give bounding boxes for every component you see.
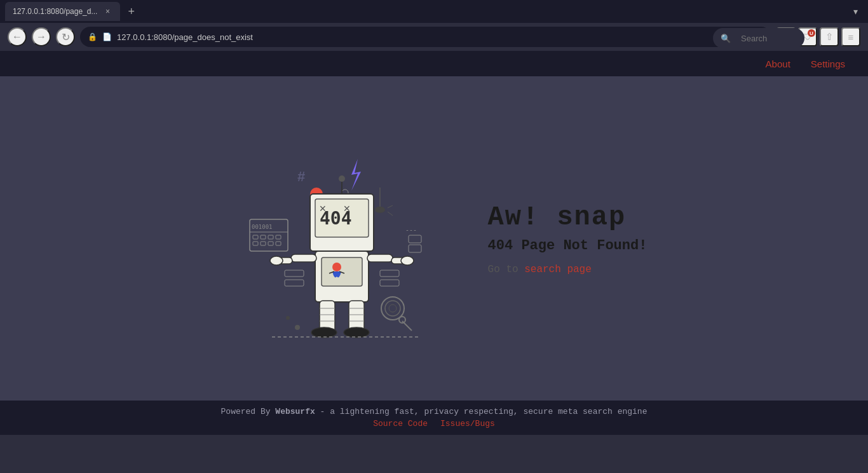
- svg-rect-37: [367, 254, 393, 262]
- tab-title: 127.0.0.1:8080/page_d...: [13, 7, 97, 16]
- svg-point-59: [286, 316, 290, 320]
- svg-rect-15: [261, 235, 266, 239]
- main-content: # 001001: [0, 76, 868, 401]
- svg-rect-53: [380, 280, 399, 286]
- error-heading: Aw! snap: [488, 202, 648, 233]
- svg-point-64: [399, 317, 405, 323]
- svg-line-8: [388, 205, 393, 208]
- powered-by-suffix: - a lightening fast, privacy respecting,…: [315, 407, 648, 416]
- security-icon: 🔒: [88, 32, 97, 41]
- svg-rect-21: [276, 242, 281, 245]
- svg-rect-14: [253, 235, 258, 239]
- svg-point-55: [385, 301, 400, 316]
- source-code-link[interactable]: Source Code: [373, 419, 428, 428]
- forward-button[interactable]: →: [32, 27, 51, 46]
- about-link[interactable]: About: [756, 58, 801, 69]
- svg-point-58: [295, 325, 300, 330]
- powered-by-prefix: Powered By: [221, 407, 276, 416]
- reload-button[interactable]: ↻: [56, 27, 75, 46]
- share-button[interactable]: ⇧: [820, 27, 839, 46]
- active-tab[interactable]: 127.0.0.1:8080/page_d... ×: [5, 2, 120, 21]
- tab-dropdown-button[interactable]: ▾: [853, 6, 858, 17]
- address-bar[interactable]: 🔒 📄 127.0.0.1:8080/page_does_not_exist ☆: [80, 27, 771, 47]
- footer-links: Source Code Issues/Bugs: [373, 419, 495, 428]
- error-go-to: Go to search page: [488, 264, 648, 275]
- footer-powered-by: Powered By Websurfx - a lightening fast,…: [221, 407, 648, 416]
- svg-rect-61: [409, 235, 421, 243]
- app-nav: About Settings: [0, 51, 868, 76]
- svg-rect-20: [268, 242, 273, 245]
- svg-rect-17: [276, 235, 281, 239]
- menu-button[interactable]: ≡: [841, 27, 860, 46]
- browser-chrome: 127.0.0.1:8080/page_d... × + ▾ ← → ↻ 🔒 📄…: [0, 0, 868, 51]
- svg-rect-52: [380, 270, 399, 277]
- error-text-area: Aw! snap 404 Page Not Found! Go to searc…: [488, 202, 648, 275]
- svg-text:001001: 001001: [252, 224, 273, 230]
- svg-rect-62: [409, 245, 421, 252]
- issues-link[interactable]: Issues/Bugs: [440, 419, 495, 428]
- error-subheading: 404 Page Not Found!: [488, 238, 648, 254]
- svg-text:#: #: [297, 168, 305, 184]
- share-icon: ⇧: [825, 31, 834, 43]
- svg-text:✕: ✕: [319, 203, 327, 214]
- svg-line-10: [388, 212, 393, 216]
- svg-rect-16: [268, 235, 273, 239]
- tab-close-button[interactable]: ×: [102, 6, 112, 17]
- svg-point-56: [389, 305, 397, 312]
- footer: Powered By Websurfx - a lightening fast,…: [0, 401, 868, 435]
- svg-rect-34: [291, 254, 316, 262]
- menu-icon: ≡: [848, 32, 854, 43]
- svg-text:---: ---: [405, 226, 417, 233]
- svg-point-36: [270, 256, 283, 265]
- svg-rect-51: [285, 280, 304, 286]
- new-tab-button[interactable]: +: [123, 5, 140, 18]
- error-container: # 001001: [208, 118, 660, 359]
- tab-end-space: ▾: [142, 6, 863, 17]
- robot-svg: # 001001: [221, 130, 450, 346]
- settings-link[interactable]: Settings: [801, 58, 855, 69]
- url-text: 127.0.0.1:8080/page_does_not_exist: [117, 32, 253, 42]
- search-page-link[interactable]: search page: [524, 264, 592, 275]
- svg-rect-30: [322, 257, 362, 286]
- svg-rect-50: [285, 270, 304, 277]
- svg-point-31: [332, 263, 341, 271]
- svg-point-6: [375, 207, 385, 213]
- search-icon: 🔍: [721, 34, 731, 43]
- svg-rect-18: [253, 242, 258, 245]
- svg-point-28: [339, 175, 345, 182]
- brand-name: Websurfx: [275, 407, 315, 416]
- svg-point-39: [401, 256, 414, 265]
- go-to-prefix: Go to: [488, 264, 525, 275]
- tab-bar: 127.0.0.1:8080/page_d... × + ▾: [0, 0, 868, 23]
- svg-point-46: [344, 327, 369, 338]
- page-icon: 📄: [102, 32, 112, 41]
- browser-search-bar: 🔍: [713, 28, 804, 48]
- ublock-badge: U: [808, 29, 815, 37]
- url-display[interactable]: 127.0.0.1:8080/page_does_not_exist: [117, 32, 750, 42]
- svg-point-41: [311, 327, 337, 338]
- browser-search-input[interactable]: [733, 31, 797, 46]
- svg-marker-1: [351, 159, 361, 191]
- svg-text:✕: ✕: [343, 203, 351, 214]
- robot-illustration: # 001001: [221, 130, 450, 346]
- svg-rect-19: [261, 242, 266, 245]
- back-button[interactable]: ←: [8, 27, 27, 46]
